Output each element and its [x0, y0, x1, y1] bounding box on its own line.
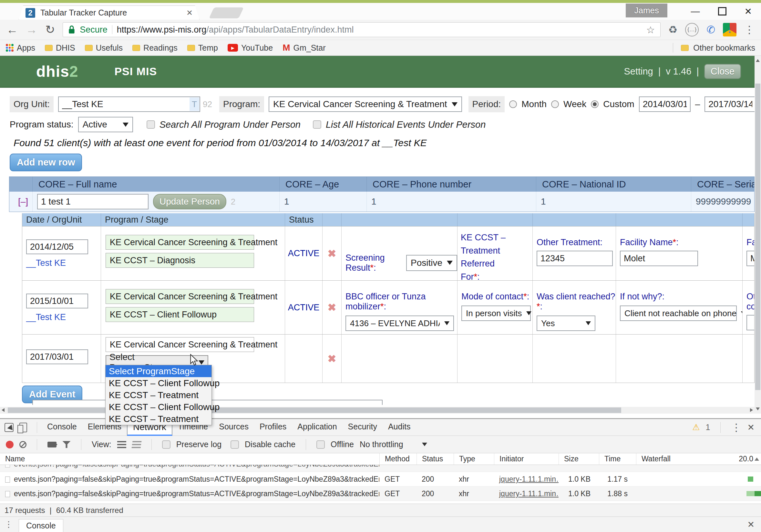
- if-not-why-select[interactable]: Client not reachable on phone: [620, 305, 737, 321]
- date-from-input[interactable]: [639, 96, 691, 112]
- initiator-link[interactable]: jquery-1.11.1.min…: [499, 489, 558, 498]
- screening-result-select[interactable]: Positive: [406, 255, 457, 271]
- delete-event-icon[interactable]: ✖: [322, 281, 342, 334]
- view-list-icon[interactable]: [117, 441, 126, 448]
- tab-sources[interactable]: Sources: [213, 419, 254, 436]
- dropdown-option[interactable]: KE CCST – Client Followup: [106, 377, 211, 389]
- view-timeline-icon[interactable]: [131, 441, 142, 448]
- tab-audits[interactable]: Audits: [382, 419, 416, 436]
- dropdown-option[interactable]: KE CCST – Client Followup: [106, 401, 211, 413]
- back-icon[interactable]: ←: [6, 24, 18, 35]
- add-new-row-button[interactable]: Add new row: [10, 154, 82, 171]
- maximize-button[interactable]: [718, 7, 727, 16]
- network-row[interactable]: events.json?paging=false&skipPaging=true…: [0, 472, 761, 487]
- warning-icon[interactable]: ⚠: [692, 422, 700, 432]
- bookmark-usefuls[interactable]: Usefuls: [85, 43, 123, 53]
- col-name[interactable]: Name: [0, 453, 380, 464]
- disable-cache-checkbox[interactable]: [231, 440, 239, 449]
- col-status[interactable]: Status: [417, 453, 454, 464]
- col-time[interactable]: Time: [599, 453, 636, 464]
- chrome-menu-icon[interactable]: ⋮: [744, 24, 755, 36]
- col-initiator[interactable]: Initiator: [494, 453, 558, 464]
- event-date-input[interactable]: [26, 293, 88, 308]
- delete-event-icon[interactable]: ✖: [322, 227, 342, 280]
- period-month-radio[interactable]: [509, 100, 517, 108]
- list-historical-checkbox[interactable]: [313, 120, 321, 129]
- reload-icon[interactable]: ↻: [45, 24, 55, 35]
- period-custom-radio[interactable]: [591, 100, 599, 108]
- tab-close-icon[interactable]: ✕: [186, 8, 193, 18]
- drawer-menu-icon[interactable]: ⋮: [5, 519, 13, 529]
- dropdown-option[interactable]: KE CCST – Treatment: [106, 389, 211, 401]
- extension-recycle-icon[interactable]: ♻: [668, 24, 678, 36]
- tab-security[interactable]: Security: [343, 419, 382, 436]
- event-orgunit-link[interactable]: __Test KE: [26, 312, 101, 322]
- bookmark-gmstar[interactable]: MGm_Star: [282, 43, 325, 53]
- scroll-down-icon[interactable]: [756, 407, 760, 410]
- clipped-input[interactable]: [746, 251, 754, 266]
- preserve-log-checkbox[interactable]: [162, 440, 170, 449]
- network-row-partial[interactable]: events.json?paging=false&skipPaging=true…: [0, 465, 761, 472]
- profile-badge[interactable]: James: [626, 4, 668, 18]
- scroll-up-icon[interactable]: [756, 59, 760, 62]
- event-date-input[interactable]: [26, 349, 88, 364]
- extension-phone-icon[interactable]: ✆: [706, 24, 715, 36]
- app-close-button[interactable]: Close: [704, 64, 741, 79]
- browser-tab[interactable]: 2 Tabular Tracker Capture ✕: [19, 6, 200, 20]
- inspect-element-icon[interactable]: [5, 423, 14, 432]
- bookmark-dhis[interactable]: DHIS: [45, 43, 75, 53]
- col-waterfall[interactable]: Waterfall 20.0: [636, 453, 761, 464]
- collapse-row-link[interactable]: [–]: [18, 196, 28, 207]
- forward-icon[interactable]: →: [26, 24, 37, 35]
- event-orgunit-link[interactable]: __Test KE: [26, 258, 101, 268]
- drawer-close-icon[interactable]: ✕: [747, 519, 761, 530]
- bbc-officer-select[interactable]: 4136 – EVELYNE ADHIAMBO OKELO: [345, 315, 454, 331]
- col-method[interactable]: Method: [380, 453, 417, 464]
- mode-of-contact-select[interactable]: In person visits: [461, 305, 531, 321]
- col-size[interactable]: Size: [558, 453, 599, 464]
- network-row[interactable]: events.json?paging=false&skipPaging=true…: [0, 487, 761, 501]
- console-drawer-tab[interactable]: Console: [19, 519, 63, 532]
- search-all-program-checkbox[interactable]: [146, 120, 155, 129]
- url-text[interactable]: https://www.psi-mis.org/api/apps/Tabular…: [117, 25, 354, 35]
- delete-event-icon[interactable]: ✖: [322, 335, 342, 383]
- record-icon[interactable]: [6, 441, 14, 449]
- throttling-select[interactable]: No throttling: [360, 440, 403, 449]
- program-select[interactable]: KE Cervical Cancer Screening & Treatment: [268, 96, 462, 112]
- other-bookmarks[interactable]: Other bookmarks: [673, 43, 755, 53]
- window-close-button[interactable]: ✕: [744, 6, 752, 17]
- initiator-link[interactable]: jquery-1.11.1.min…: [499, 475, 558, 483]
- tab-console[interactable]: Console: [42, 419, 82, 436]
- date-to-input[interactable]: [705, 96, 756, 112]
- device-toolbar-icon[interactable]: [19, 423, 27, 432]
- event-date-input[interactable]: [26, 239, 88, 254]
- vertical-scrollbar[interactable]: [755, 56, 761, 414]
- client-reached-select[interactable]: Yes: [537, 315, 595, 331]
- org-unit-input[interactable]: [58, 96, 200, 112]
- tab-profiles[interactable]: Profiles: [254, 419, 292, 436]
- other-treatment-input[interactable]: [537, 251, 613, 266]
- bookmark-star-icon[interactable]: ☆: [646, 24, 655, 35]
- dropdown-option-selected[interactable]: Select ProgramStage: [106, 365, 211, 377]
- bookmark-apps[interactable]: Apps: [6, 43, 35, 53]
- offline-checkbox[interactable]: [317, 440, 325, 449]
- bookmark-youtube[interactable]: ▶YouTube: [228, 43, 273, 53]
- scroll-left-icon[interactable]: [2, 408, 5, 412]
- col-type[interactable]: Type: [454, 453, 494, 464]
- extension-download-icon[interactable]: ↓: [723, 23, 736, 36]
- clipped-input[interactable]: [746, 315, 754, 330]
- full-name-input[interactable]: [37, 194, 148, 209]
- devtools-menu-icon[interactable]: ⋮: [731, 421, 741, 434]
- extension-braces-icon[interactable]: {…}: [685, 23, 699, 36]
- setting-link[interactable]: Setting: [624, 66, 653, 77]
- tab-application[interactable]: Application: [292, 419, 342, 436]
- program-status-select[interactable]: Active: [78, 117, 133, 132]
- bookmark-temp[interactable]: Temp: [187, 43, 218, 53]
- vertical-scrollbar-thumb[interactable]: [755, 83, 760, 390]
- dropdown-option[interactable]: KE CCST – Treatment: [106, 413, 211, 425]
- minimize-button[interactable]: —: [691, 6, 700, 17]
- org-tree-icon[interactable]: T: [190, 97, 199, 111]
- new-tab-button[interactable]: [209, 7, 244, 19]
- scroll-right-icon[interactable]: [750, 408, 753, 412]
- filter-icon[interactable]: [62, 441, 71, 448]
